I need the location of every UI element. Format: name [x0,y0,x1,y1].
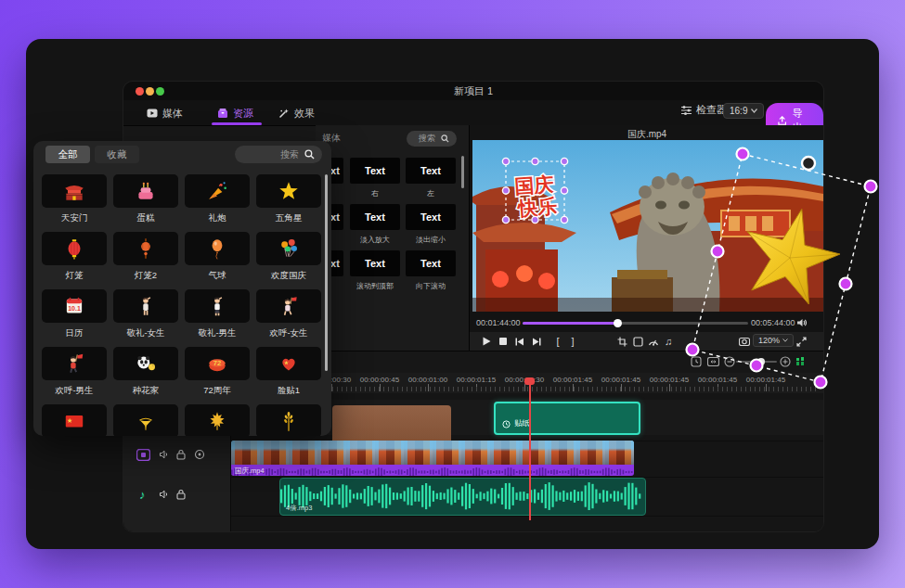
preview-zoom-select[interactable]: 120% [753,334,794,347]
balloons-icon [277,236,301,261]
sticker-search-input[interactable]: 搜索 [235,146,322,163]
text-preset-item[interactable]: Text [406,204,456,230]
next-frame-button[interactable] [529,334,544,349]
video-target-button[interactable] [194,449,205,460]
sticker-item[interactable] [256,232,321,265]
volume-icon[interactable] [796,317,808,328]
sticker-item[interactable] [185,232,250,265]
main-toolbar: 媒体 资源 效果 检查器 16:9 导出 [123,100,823,126]
sticker-item[interactable] [256,404,321,436]
audio-button[interactable]: ♫ [661,334,676,349]
audio-track-badge: ♪ [139,488,146,502]
sticker-clip[interactable]: 贴纸 [494,402,640,435]
sticker-item-label: 灯笼 [42,270,107,282]
sticker-item-label: 蛋糕 [113,212,178,224]
text-search-input[interactable]: 搜索 [407,131,457,147]
fullscreen-button[interactable] [794,334,808,349]
video-mute-button[interactable] [159,449,170,460]
sticker-item[interactable] [185,174,250,208]
timeline-zoom-slider[interactable] [736,361,777,363]
search-placeholder: 搜索 [419,133,435,145]
video-viewport[interactable] [472,140,823,312]
text-preset-item[interactable]: Text [350,158,400,184]
text-preset-item[interactable]: Text [406,250,456,276]
previous-frame-button[interactable] [512,334,527,349]
sticker-tab-all[interactable]: 全部 [45,146,90,163]
seek-knob[interactable] [614,319,622,327]
seek-bar[interactable] [523,322,748,325]
minimize-window-button[interactable] [146,87,154,96]
preview-zoom-value: 120% [758,336,780,345]
sticker-item[interactable]: 10.1 [42,289,107,323]
svg-text:72: 72 [213,359,221,367]
zoom-window-button[interactable] [156,87,164,96]
close-window-button[interactable] [136,87,144,96]
ruler-label: 00:00:01:00 [408,376,447,384]
text-preset-item[interactable]: Text [350,204,400,230]
sticker-item[interactable] [113,289,178,323]
ruler-label: 00:00:00:45 [360,376,399,384]
export-icon [778,116,786,126]
sticker-item[interactable] [256,174,321,208]
resources-icon [217,108,228,119]
zoom-out-button[interactable] [723,355,736,368]
timeline-zoom-knob[interactable] [757,358,765,365]
ginkgo-icon [134,409,158,433]
search-icon [304,149,315,160]
sticker-item[interactable] [256,347,321,380]
tab-effects[interactable]: 效果 [278,104,315,122]
sticker-item[interactable] [185,404,250,436]
sticker-tab-favorites[interactable]: 收藏 [95,146,139,163]
sticker-item[interactable] [113,232,178,265]
video-clip[interactable]: 国庆.mp4 [231,441,634,476]
inspector-button[interactable]: 检查器 [680,103,727,117]
transport-bar: 00:01:44:00 00:05:44:00 [470,313,823,332]
play-button[interactable] [479,334,494,349]
tab-resources[interactable]: 资源 [217,104,253,122]
sticker-item[interactable] [256,289,321,323]
effects-icon [278,108,290,119]
text-preset-label: 右 [347,188,403,198]
playhead-handle[interactable] [524,377,535,385]
tiananmen-icon [62,179,86,203]
sticker-panel-scrollbar[interactable] [325,174,328,371]
sticker-item[interactable]: 72 [185,347,250,380]
maple-icon [205,409,229,433]
fit-timeline-button[interactable] [706,355,719,368]
sticker-item[interactable] [42,404,107,436]
video-clip-waveform [231,467,634,476]
tab-media[interactable]: 媒体 [147,104,183,122]
history-button[interactable] [690,355,703,368]
playhead-line[interactable] [529,385,531,520]
text-panel-scrollbar[interactable] [461,156,464,188]
zoom-in-button[interactable] [779,355,792,368]
audio-lock-button[interactable] [176,489,186,500]
mark-out-button[interactable]: ] [565,334,580,349]
sticker-item[interactable] [42,232,107,265]
sticker-item[interactable] [42,347,107,380]
text-preset-label: 左 [403,188,459,198]
audio-meter-icon[interactable] [794,355,807,368]
sticker-item[interactable] [185,289,250,323]
sticker-clip-label: 贴纸 [514,418,530,429]
sticker-item-label: 天安门 [42,212,107,224]
sticker-item[interactable] [113,404,178,436]
stop-button[interactable] [496,334,511,349]
aspect-ratio-select[interactable]: 16:9 [723,103,764,119]
duration-clock-icon [502,420,511,428]
sticker-item[interactable] [113,174,178,208]
sticker-item[interactable] [42,174,107,208]
video-lock-button[interactable] [176,449,186,460]
text-preset-item[interactable]: Text [350,250,400,276]
sticker-item[interactable] [113,347,178,380]
audio-mute-button[interactable] [159,489,170,500]
speed-button[interactable] [646,334,661,349]
sticker-tab-all-label: 全部 [58,148,78,161]
sticker-item-label: 礼炮 [185,212,250,224]
mark-in-button[interactable]: [ [550,334,565,349]
snapshot-button[interactable] [737,334,752,349]
crop-button[interactable] [614,334,629,349]
text-preset-item[interactable]: Text [406,158,456,184]
audio-clip[interactable]: 4倍.mp3 [279,478,646,516]
canvas-button[interactable] [630,334,645,349]
